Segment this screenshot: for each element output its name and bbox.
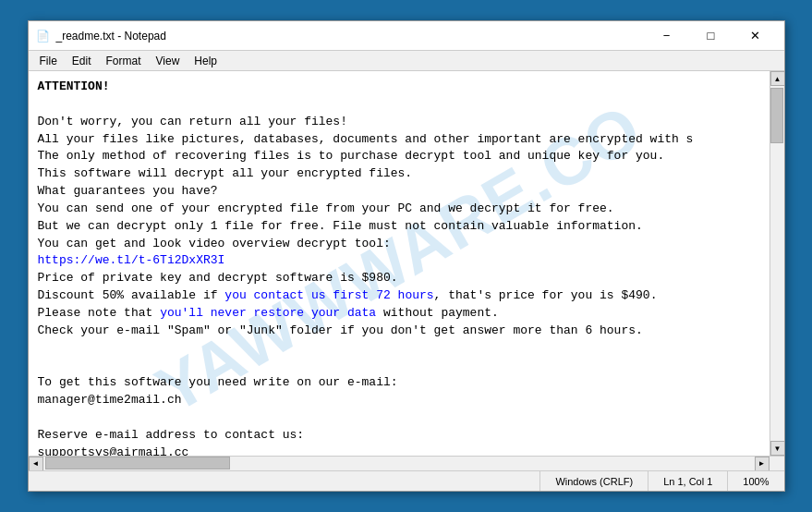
line-16 xyxy=(38,340,760,358)
status-bar: Windows (CRLF) Ln 1, Col 1 100% xyxy=(29,470,784,491)
text-content: ATTENTION! Don't worry, you can return a… xyxy=(38,79,760,456)
line-6: This software will decrypt all your encr… xyxy=(38,165,760,183)
app-icon: 📄 xyxy=(36,29,51,43)
content-area: YAWWWARE.CO ATTENTION! Don't worry, you … xyxy=(29,71,784,456)
line-12: Price of private key and decrypt softwar… xyxy=(38,270,760,287)
scroll-down-button[interactable]: ▼ xyxy=(770,441,784,456)
text-editor[interactable]: YAWWWARE.CO ATTENTION! Don't worry, you … xyxy=(29,71,770,456)
line-3: Don't worry, you can return all your fil… xyxy=(38,114,760,131)
notepad-window: 📄 _readme.txt - Notepad − □ ✕ File Edit … xyxy=(28,20,785,492)
status-line-ending: Windows (CRLF) xyxy=(539,471,648,491)
menu-format[interactable]: Format xyxy=(99,53,149,69)
scroll-left-button[interactable]: ◄ xyxy=(29,457,43,471)
line-10: You can get and look video overview decr… xyxy=(38,236,760,253)
line-18: To get this software you need write on o… xyxy=(38,374,760,392)
line-14: Please note that you'll never restore yo… xyxy=(38,305,760,323)
line-17 xyxy=(38,358,760,375)
line-15: Check your e-mail "Spam" or "Junk" folde… xyxy=(38,323,760,340)
line-22: supportsys@airmail.cc xyxy=(38,445,760,456)
line-4: All your files like pictures, databases,… xyxy=(38,131,760,149)
scroll-thumb-v[interactable] xyxy=(770,88,783,143)
scroll-track-h[interactable] xyxy=(43,457,755,470)
maximize-button[interactable]: □ xyxy=(690,23,733,49)
menu-file[interactable]: File xyxy=(32,53,65,69)
status-zoom: 100% xyxy=(727,471,783,491)
status-position: Ln 1, Col 1 xyxy=(648,471,727,491)
line-8: You can send one of your encrypted file … xyxy=(38,201,760,218)
window-title: _readme.txt - Notepad xyxy=(56,30,646,43)
vertical-scrollbar[interactable]: ▲ ▼ xyxy=(770,71,784,456)
menu-help[interactable]: Help xyxy=(187,53,224,69)
scroll-up-button[interactable]: ▲ xyxy=(770,71,784,86)
scroll-corner xyxy=(770,457,784,471)
menu-bar: File Edit Format View Help xyxy=(29,51,784,71)
scroll-track-v[interactable] xyxy=(770,86,784,441)
menu-edit[interactable]: Edit xyxy=(65,53,99,69)
line-11: https://we.tl/t-6Ti2DxXR3I xyxy=(38,252,760,270)
line-1: ATTENTION! xyxy=(38,79,760,96)
window-controls: − □ ✕ xyxy=(646,23,777,49)
close-button[interactable]: ✕ xyxy=(734,23,777,49)
horizontal-scrollbar-container: ◄ ► xyxy=(29,456,784,470)
line-9: But we can decrypt only 1 file for free.… xyxy=(38,218,760,236)
line-7: What guarantees you have? xyxy=(38,183,760,201)
scroll-thumb-h[interactable] xyxy=(45,457,230,469)
line-19: manager@time2mail.ch xyxy=(38,392,760,409)
line-21: Reserve e-mail address to contact us: xyxy=(38,427,760,445)
title-bar: 📄 _readme.txt - Notepad − □ ✕ xyxy=(29,21,784,51)
menu-view[interactable]: View xyxy=(149,53,188,69)
scroll-right-button[interactable]: ► xyxy=(755,457,770,471)
line-5: The only method of recovering files is t… xyxy=(38,148,760,165)
line-13: Discount 50% available if you contact us… xyxy=(38,287,760,305)
line-20 xyxy=(38,409,760,427)
line-2 xyxy=(38,96,760,114)
minimize-button[interactable]: − xyxy=(646,23,688,49)
